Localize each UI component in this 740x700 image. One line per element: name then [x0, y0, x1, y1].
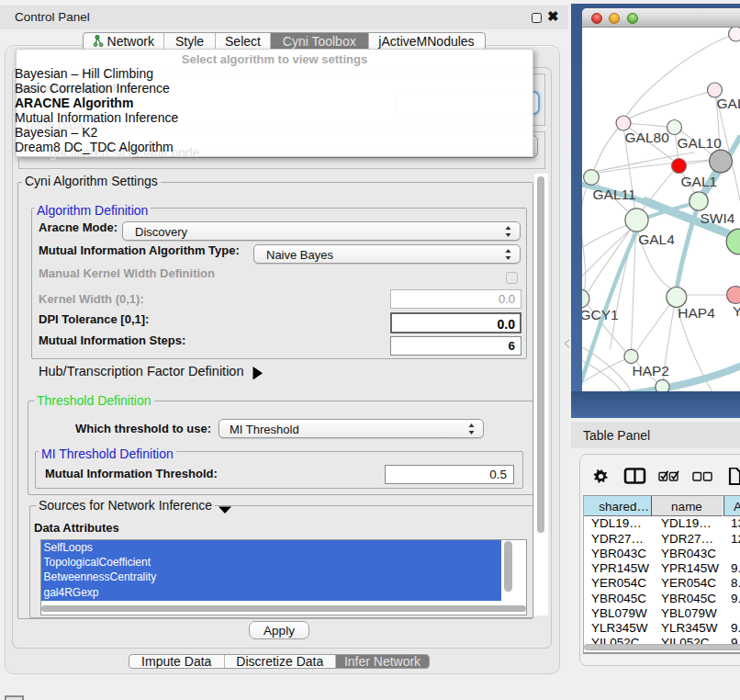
svg-text:GAL4: GAL4	[638, 231, 675, 247]
svg-text:HAP4: HAP4	[678, 305, 715, 321]
svg-text:GAL1: GAL1	[680, 174, 717, 189]
svg-text:GAL10: GAL10	[677, 135, 722, 151]
svg-text:GAL11: GAL11	[592, 186, 635, 202]
svg-text:GAL2: GAL2	[716, 96, 740, 111]
svg-text:SWI4: SWI4	[700, 210, 734, 226]
svg-text:HAP2: HAP2	[632, 363, 669, 378]
svg-text:GAL80: GAL80	[624, 130, 669, 145]
svg-text:GCY1: GCY1	[582, 307, 619, 322]
svg-text:Y: Y	[733, 303, 740, 319]
